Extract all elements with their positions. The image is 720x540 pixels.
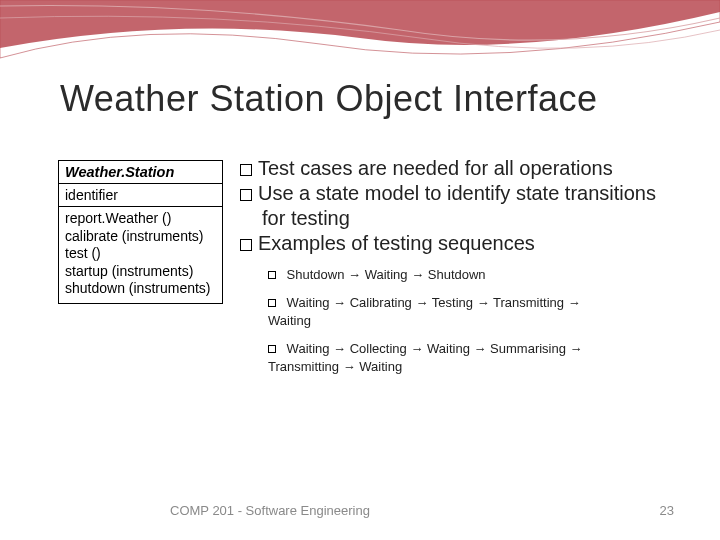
uml-op: shutdown (instruments) <box>65 280 216 298</box>
slide-title: Weather Station Object Interface <box>60 78 598 120</box>
square-bullet-icon <box>240 189 252 201</box>
square-bullet-icon <box>268 271 276 279</box>
uml-class-box: Weather.Station identifier report.Weathe… <box>58 160 223 304</box>
sub-bullet-list: Shutdown → Waiting → Shutdown Waiting → … <box>240 266 670 376</box>
square-bullet-icon <box>240 239 252 251</box>
uml-op: startup (instruments) <box>65 263 216 281</box>
bullet-item: Use a state model to identify state tran… <box>240 181 670 230</box>
sub-bullet-item: Waiting → Calibrating → Testing → Transm… <box>268 294 670 329</box>
uml-operations: report.Weather () calibrate (instruments… <box>59 207 222 303</box>
uml-op: calibrate (instruments) <box>65 228 216 246</box>
uml-class-name: Weather.Station <box>59 161 222 184</box>
bullet-text: Examples of testing sequences <box>258 232 535 254</box>
square-bullet-icon <box>268 345 276 353</box>
uml-op: test () <box>65 245 216 263</box>
square-bullet-icon <box>268 299 276 307</box>
square-bullet-icon <box>240 164 252 176</box>
footer-course: COMP 201 - Software Engineering <box>170 503 370 518</box>
slide-number: 23 <box>660 503 674 518</box>
sub-bullet-item: Shutdown → Waiting → Shutdown <box>268 266 670 284</box>
decorative-swoosh <box>0 0 720 90</box>
uml-op: report.Weather () <box>65 210 216 228</box>
bullet-item: Examples of testing sequences <box>240 231 670 255</box>
sub-bullet-item: Waiting → Collecting → Waiting → Summari… <box>268 340 670 375</box>
bullet-item: Test cases are needed for all operations <box>240 156 670 180</box>
bullet-list: Test cases are needed for all operations… <box>240 156 670 386</box>
bullet-text: Test cases are needed for all operations <box>258 157 613 179</box>
bullet-text: Use a state model to identify state tran… <box>258 182 656 228</box>
uml-attribute: identifier <box>59 184 222 207</box>
